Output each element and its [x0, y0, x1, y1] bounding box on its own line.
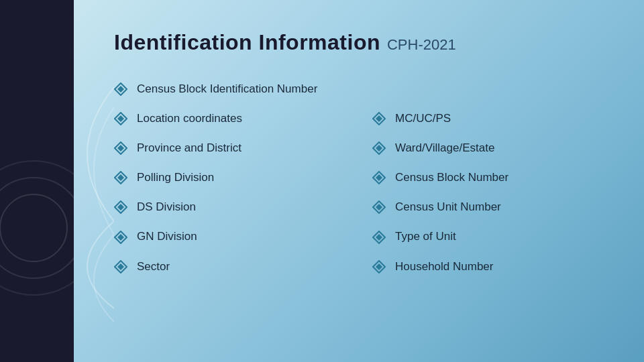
main-content: Identification Information CPH-2021 Cens… — [74, 0, 644, 362]
svg-marker-4 — [117, 86, 124, 93]
content-area: Census Block Identification Number Locat… — [114, 82, 604, 289]
two-col-lists: Location coordinates Province and Distri… — [114, 111, 604, 289]
page-title: Identification Information — [114, 30, 380, 55]
list-item-gn: GN Division — [114, 229, 345, 244]
svg-marker-28 — [376, 263, 382, 270]
left-sidebar — [0, 0, 74, 362]
gn-label: GN Division — [137, 229, 197, 244]
right-col: MC/UC/PS Ward/Village/Estate — [372, 111, 604, 289]
list-item-ds: DS Division — [114, 200, 345, 215]
bullet-icon-mc — [372, 112, 386, 125]
svg-point-0 — [0, 161, 80, 295]
bullet-icon-census-block-num — [372, 171, 386, 184]
bullet-icon-household — [372, 260, 386, 274]
svg-marker-10 — [117, 174, 124, 181]
bullet-icon-ward — [372, 141, 386, 155]
type-unit-label: Type of Unit — [395, 229, 456, 244]
bullet-icon-type-unit — [372, 231, 386, 244]
list-item-sector: Sector — [114, 259, 345, 274]
svg-marker-12 — [117, 204, 124, 210]
left-col: Location coordinates Province and Distri… — [114, 111, 345, 289]
list-item-province: Province and District — [114, 141, 345, 156]
ds-label: DS Division — [137, 200, 196, 215]
province-label: Province and District — [137, 141, 241, 156]
household-label: Household Number — [395, 259, 493, 274]
svg-marker-18 — [376, 115, 382, 122]
bullet-icon-polling — [114, 171, 127, 184]
page-wrapper: Identification Information CPH-2021 Cens… — [0, 0, 644, 362]
sector-label: Sector — [137, 259, 170, 274]
list-item-polling: Polling Division — [114, 170, 345, 185]
census-block-id-label: Census Block Identification Number — [137, 82, 317, 97]
census-block-num-label: Census Block Number — [395, 170, 508, 185]
list-item-household: Household Number — [372, 259, 604, 274]
svg-marker-26 — [376, 234, 382, 241]
svg-marker-20 — [376, 145, 382, 152]
title-row: Identification Information CPH-2021 — [114, 30, 604, 55]
sidebar-decoration — [0, 121, 80, 335]
svg-marker-14 — [117, 234, 124, 241]
ward-label: Ward/Village/Estate — [395, 141, 494, 156]
bullet-icon-census-unit — [372, 200, 386, 214]
polling-label: Polling Division — [137, 170, 214, 185]
list-item-census-block-num: Census Block Number — [372, 170, 604, 185]
bullet-icon-gn — [114, 231, 127, 244]
svg-marker-22 — [376, 174, 382, 181]
svg-marker-6 — [117, 115, 124, 122]
list-item-ward: Ward/Village/Estate — [372, 141, 604, 156]
bullet-icon-province — [114, 141, 127, 155]
decorative-curves — [74, 54, 114, 322]
location-label: Location coordinates — [137, 111, 242, 126]
list-item-location: Location coordinates — [114, 111, 345, 126]
list-item-census-block-id: Census Block Identification Number — [114, 82, 604, 97]
bullet-icon-sector — [114, 260, 127, 274]
census-unit-label: Census Unit Number — [395, 200, 501, 215]
list-item-type-unit: Type of Unit — [372, 229, 604, 244]
svg-point-1 — [0, 178, 80, 278]
list-item-census-unit: Census Unit Number — [372, 200, 604, 215]
bullet-icon-ds — [114, 200, 127, 214]
bullet-icon-location — [114, 112, 127, 125]
svg-marker-24 — [376, 204, 382, 210]
mc-label: MC/UC/PS — [395, 111, 451, 126]
svg-point-2 — [0, 194, 67, 261]
bullet-icon-census-block-id — [114, 82, 127, 96]
list-item-mc: MC/UC/PS — [372, 111, 604, 126]
svg-marker-8 — [117, 145, 124, 152]
svg-marker-16 — [117, 263, 124, 270]
page-subtitle: CPH-2021 — [387, 36, 456, 54]
